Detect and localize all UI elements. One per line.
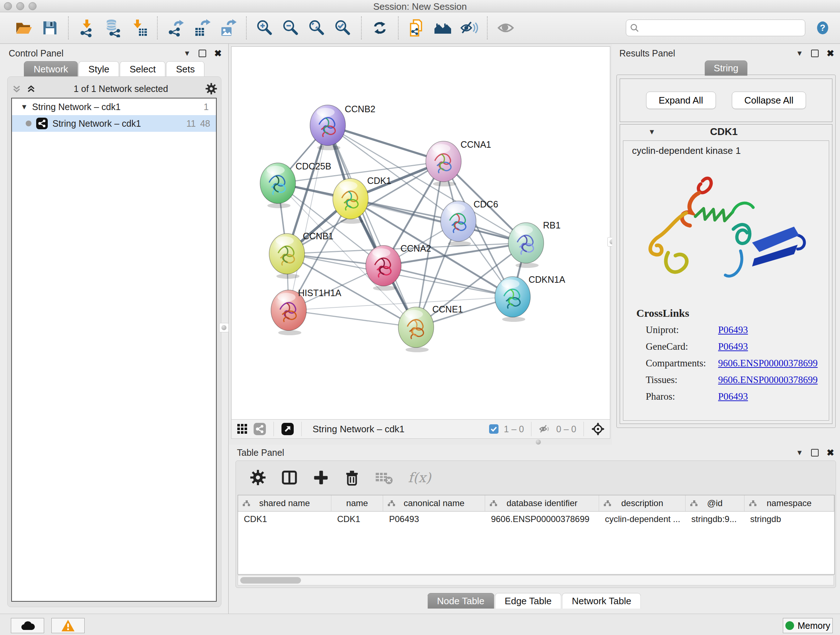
grid-view-icon[interactable] — [237, 423, 248, 435]
node-CCNA2[interactable]: CCNA2 — [366, 243, 431, 291]
crosslink-link[interactable]: 9606.ENSP00000378699 — [718, 358, 818, 369]
crosslink-link[interactable]: P06493 — [718, 325, 748, 336]
function-builder-button[interactable]: f(x) — [408, 468, 431, 487]
zoom-out-button[interactable] — [281, 18, 301, 38]
edge-HIST1H1A-CCNE1[interactable] — [289, 310, 416, 327]
tab-network-table[interactable]: Network Table — [562, 593, 641, 608]
expand-all-icon[interactable] — [26, 83, 36, 94]
open-session-button[interactable] — [14, 18, 34, 38]
node-CDKN1A[interactable]: CDKN1A — [495, 274, 565, 322]
node-CCNB2[interactable]: CCNB2 — [310, 104, 376, 150]
crosslink-link[interactable]: 9606.ENSP00000378699 — [718, 374, 818, 386]
node-CCNE1[interactable]: CCNE1 — [398, 304, 463, 352]
table-cell[interactable]: CDK1 — [332, 511, 384, 527]
results-panel-close-button[interactable]: ✖ — [827, 48, 834, 59]
table-cell[interactable]: cyclin-dependent ... — [599, 511, 685, 527]
tab-edge-table[interactable]: Edge Table — [495, 593, 561, 608]
hide-selected-button[interactable] — [459, 18, 479, 38]
delete-columns-button[interactable] — [344, 468, 360, 487]
export-table-button[interactable] — [192, 18, 212, 38]
tab-sets[interactable]: Sets — [166, 61, 204, 77]
import-network-from-database-button[interactable] — [103, 18, 123, 38]
expand-all-button[interactable]: Expand All — [646, 92, 716, 109]
tab-node-table[interactable]: Node Table — [427, 593, 494, 608]
control-panel-close-button[interactable]: ✖ — [214, 48, 222, 59]
left-splitter-handle[interactable] — [219, 323, 229, 333]
column-header-id[interactable]: @id — [685, 495, 744, 511]
node-CCNB1[interactable]: CCNB1 — [269, 231, 333, 279]
column-header-namespace[interactable]: namespace — [745, 495, 834, 511]
network-view-toggle-icon[interactable] — [253, 423, 266, 435]
control-panel-float-button[interactable] — [199, 50, 206, 57]
import-table-from-file-button[interactable] — [129, 18, 149, 38]
search-input[interactable] — [642, 22, 801, 33]
table-cell[interactable]: CDK1 — [238, 511, 332, 527]
home-button[interactable] — [433, 18, 453, 38]
tab-string[interactable]: String — [705, 60, 747, 76]
tab-select[interactable]: Select — [120, 61, 165, 77]
network-canvas[interactable]: CCNB2CCNA1CDC25BCDK1CDC6RB1CCNB1CCNA2CDK… — [231, 46, 610, 420]
table-panel-float-button[interactable] — [811, 449, 819, 456]
create-column-button[interactable] — [313, 468, 329, 487]
results-panel-menu-button[interactable]: ▼ — [796, 49, 803, 57]
tab-network[interactable]: Network — [24, 61, 78, 77]
gene-expander-icon[interactable]: ▼ — [648, 128, 655, 136]
cloud-status-button[interactable] — [11, 618, 44, 633]
birds-eye-view-icon[interactable] — [591, 422, 605, 436]
table-row[interactable]: CDK1CDK1P064939606.ENSP00000378699cyclin… — [238, 511, 834, 527]
collapse-all-button[interactable]: Collapse All — [732, 92, 806, 109]
scrollbar-thumb[interactable] — [240, 577, 301, 584]
show-all-button[interactable] — [496, 18, 516, 38]
export-network-button[interactable] — [166, 18, 186, 38]
crosslink-link[interactable]: P06493 — [718, 341, 748, 352]
table-panel-menu-button[interactable]: ▼ — [796, 448, 803, 457]
table-cell[interactable]: 9606.ENSP00000378699 — [485, 511, 599, 527]
table-panel-close-button[interactable]: ✖ — [827, 448, 834, 458]
table-cell[interactable]: P06493 — [383, 511, 485, 527]
network-collection-row[interactable]: ▼ String Network – cdk1 1 — [12, 98, 216, 115]
export-image-button[interactable] — [218, 18, 238, 38]
results-panel-float-button[interactable] — [811, 50, 819, 57]
column-header-canonicalname[interactable]: canonical name — [383, 495, 485, 511]
zoom-selected-button[interactable] — [333, 18, 353, 38]
column-header-name[interactable]: name — [332, 495, 383, 511]
table-cell[interactable]: stringdb — [745, 511, 834, 527]
warnings-button[interactable] — [51, 618, 85, 633]
crosslink-link[interactable]: P06493 — [718, 391, 748, 402]
table-options-button[interactable] — [249, 468, 266, 487]
tab-style[interactable]: Style — [79, 61, 119, 77]
selected-checkbox-icon[interactable] — [489, 424, 499, 434]
save-session-button[interactable] — [40, 18, 60, 38]
control-panel-menu-button[interactable]: ▼ — [183, 49, 191, 57]
help-button[interactable]: ? — [813, 19, 832, 37]
collapse-all-icon[interactable] — [11, 83, 22, 94]
import-network-from-file-button[interactable] — [77, 18, 97, 38]
zoom-in-button[interactable] — [255, 18, 275, 38]
refresh-button[interactable] — [370, 18, 390, 38]
node-CDC6[interactable]: CDC6 — [441, 199, 498, 246]
node-CDK1[interactable]: CDK1 — [333, 176, 392, 224]
zoom-fit-button[interactable] — [307, 18, 327, 38]
node-RB1[interactable]: RB1 — [508, 220, 561, 268]
show-columns-button[interactable] — [281, 468, 298, 487]
network-row[interactable]: String Network – cdk1 11 48 — [12, 115, 216, 132]
node-CDC25B[interactable]: CDC25B — [260, 161, 332, 208]
delete-table-button[interactable] — [375, 468, 393, 487]
open-in-window-icon[interactable] — [281, 423, 294, 435]
table-horizontal-scrollbar[interactable] — [238, 575, 834, 585]
gene-section-header[interactable]: ▼ CDK1 — [620, 125, 832, 139]
node-CCNA1[interactable]: CCNA1 — [426, 139, 491, 187]
table-cell[interactable]: stringdb:9... — [685, 511, 745, 527]
edge-CDK1-RB1[interactable] — [351, 199, 526, 243]
trash-icon — [344, 469, 360, 486]
network-options-gear-icon[interactable] — [205, 82, 218, 95]
memory-button[interactable]: Memory — [783, 618, 833, 633]
crosslink-label: Tissues: — [646, 374, 718, 386]
column-header-sharedname[interactable]: shared name — [238, 495, 332, 511]
collection-expander-icon[interactable]: ▼ — [21, 103, 28, 111]
string-documents-button[interactable] — [407, 18, 427, 38]
bottom-splitter-handle[interactable] — [536, 440, 541, 445]
node-HIST1H1A[interactable]: HIST1H1A — [271, 288, 341, 335]
column-header-description[interactable]: description — [599, 495, 685, 511]
column-header-databaseidentifier[interactable]: database identifier — [485, 495, 599, 511]
